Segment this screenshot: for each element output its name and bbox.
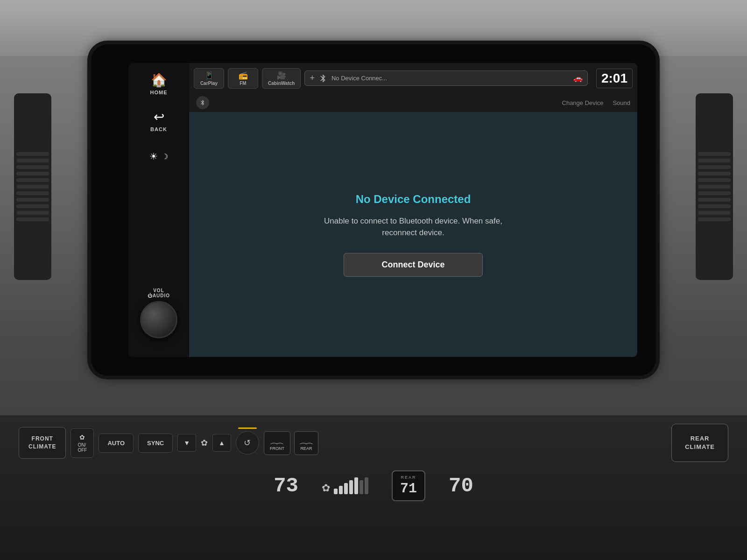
fan-bar-4 <box>349 480 353 494</box>
fan-bar-2 <box>339 486 343 494</box>
connect-device-button[interactable]: Connect Device <box>344 253 482 277</box>
carplay-label: CarPlay <box>200 81 218 86</box>
on-off-label: ON/OFF <box>78 442 87 453</box>
rear-temp-value: 71 <box>400 481 417 497</box>
temp-up-button[interactable]: ▲ <box>212 434 231 452</box>
fan-on-off-button[interactable]: ✿ ON/OFF <box>70 428 94 458</box>
front-climate-button[interactable]: FRONTCLIMATE <box>19 427 66 459</box>
clock-display: 2:01 <box>596 69 633 88</box>
fan-level-display: ✿ <box>322 477 368 494</box>
bluetooth-status-text: No Device Connec... <box>331 75 570 82</box>
secondary-navigation: Change Device Sound <box>189 93 637 112</box>
bluetooth-small-icon <box>196 96 209 109</box>
volume-knob[interactable] <box>140 301 177 338</box>
carplay-icon: 📱 <box>204 71 214 80</box>
dialog-title: No Device Connected <box>356 193 471 206</box>
fm-icon: 📻 <box>239 71 248 80</box>
climate-controls-row: FRONTCLIMATE ✿ ON/OFF AUTO SYNC ▼ ✿ ▲ ↺ … <box>0 415 747 466</box>
cabinwatch-icon: 🎥 <box>277 71 286 80</box>
fm-tab[interactable]: 📻 FM <box>228 68 258 89</box>
defrost-buttons: ⁔⁔ FRONT ⁔⁔ REAR <box>264 431 318 455</box>
recirculate-button[interactable]: ↺ <box>236 431 259 455</box>
back-label: BACK <box>150 126 167 132</box>
rear-defrost-icon: ⁔⁔ <box>300 435 312 444</box>
power-icon: ✿ <box>79 434 85 441</box>
car-icon: 🚗 <box>573 74 583 83</box>
cabinwatch-label: CabinWatch <box>268 81 295 86</box>
recirculate-icon: ↺ <box>244 438 251 448</box>
change-device-button[interactable]: Change Device <box>562 99 604 106</box>
home-button[interactable]: 🏠 HOME <box>150 72 168 95</box>
home-icon: 🏠 <box>151 72 167 88</box>
cabinwatch-tab[interactable]: 🎥 CabinWatch <box>262 68 301 89</box>
brightness-control[interactable]: ☀ ☽ <box>149 151 168 162</box>
back-button[interactable]: ↩ BACK <box>150 109 167 132</box>
rear-temp-box: REAR 71 <box>392 470 425 501</box>
vol-label: VOL ⏻AUDIO <box>148 288 170 298</box>
front-defrost-button[interactable]: ⁔⁔ FRONT <box>264 431 290 455</box>
top-navigation: 📱 CarPlay 📻 FM 🎥 CabinWatch + No Devi <box>189 63 637 93</box>
bottom-panel: FRONTCLIMATE ✿ ON/OFF AUTO SYNC ▼ ✿ ▲ ↺ … <box>0 415 747 560</box>
screen-display: 🏠 HOME ↩ BACK ☀ ☽ VOL ⏻AUDIO <box>128 63 637 357</box>
bluetooth-icon: + <box>310 73 315 83</box>
main-content-area: 📱 CarPlay 📻 FM 🎥 CabinWatch + No Devi <box>189 63 637 357</box>
dialog-message: Unable to connect to Bluetooth device. W… <box>324 215 502 239</box>
fan-display-icon: ✿ <box>322 482 330 494</box>
carplay-tab[interactable]: 📱 CarPlay <box>194 68 224 89</box>
front-defrost-icon: ⁔⁔ <box>271 435 283 444</box>
left-temp-display: 73 <box>274 474 298 497</box>
indicator-light <box>238 427 257 429</box>
brightness-sun-icon: ☀ <box>149 151 158 162</box>
bluetooth-symbol-icon <box>318 74 328 83</box>
bluetooth-status-bar: + No Device Connec... 🚗 <box>304 70 588 86</box>
sound-button[interactable]: Sound <box>613 99 630 106</box>
back-icon: ↩ <box>154 109 164 125</box>
fan-bar-1 <box>334 489 338 494</box>
fan-bar-5 <box>354 477 358 494</box>
fan-bar-3 <box>344 483 348 494</box>
temperature-display-row: 73 ✿ REAR 71 70 <box>93 466 654 506</box>
rear-temp-label: REAR <box>401 475 416 480</box>
fan-bar-6 <box>359 480 363 494</box>
brightness-moon-icon: ☽ <box>162 152 168 161</box>
sync-button[interactable]: SYNC <box>138 434 173 453</box>
recirculate-area: ↺ <box>236 431 259 455</box>
fm-label: FM <box>240 81 246 86</box>
home-label: HOME <box>150 90 168 95</box>
temp-down-button[interactable]: ▼ <box>177 434 196 452</box>
fan-bar-7 <box>365 477 368 494</box>
screen-bezel: 🏠 HOME ↩ BACK ☀ ☽ VOL ⏻AUDIO <box>91 44 656 376</box>
rear-defrost-button[interactable]: ⁔⁔ REAR <box>294 431 318 455</box>
sidebar: 🏠 HOME ↩ BACK ☀ ☽ VOL ⏻AUDIO <box>128 63 189 357</box>
left-air-vent <box>14 93 51 280</box>
fan-icon: ✿ <box>201 438 208 448</box>
rear-climate-button[interactable]: REARCLIMATE <box>671 424 728 462</box>
bluetooth-dialog: No Device Connected Unable to connect to… <box>189 112 637 357</box>
auto-button[interactable]: AUTO <box>99 434 134 453</box>
right-air-vent <box>696 93 733 280</box>
right-temp-display: 70 <box>449 474 473 497</box>
